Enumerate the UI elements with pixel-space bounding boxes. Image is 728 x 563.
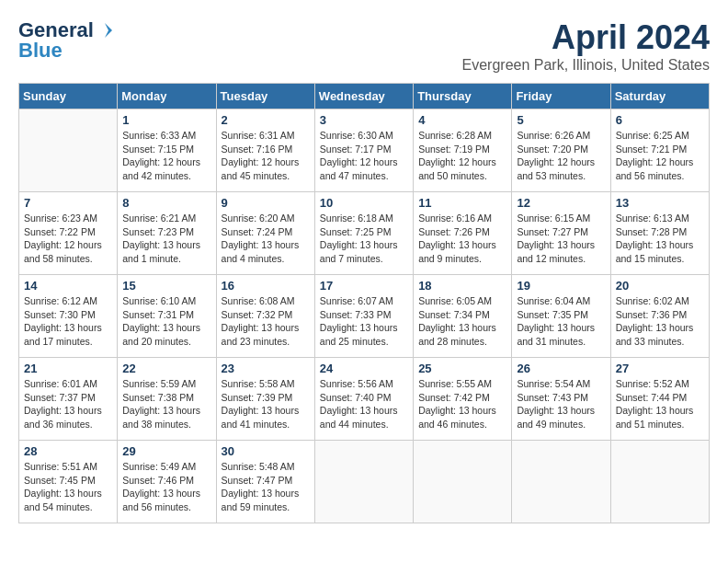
calendar-day-cell: 1Sunrise: 6:33 AMSunset: 7:15 PMDaylight…: [118, 109, 216, 192]
day-number: 27: [616, 362, 704, 375]
weekday-header: Monday: [118, 84, 216, 109]
title-section: April 2024 Evergreen Park, Illinois, Uni…: [462, 18, 710, 74]
day-number: 3: [320, 113, 408, 127]
page-header: General Blue April 2024 Evergreen Park, …: [18, 18, 710, 74]
day-number: 13: [616, 196, 704, 210]
calendar-day-cell: 17Sunrise: 6:07 AMSunset: 7:33 PMDayligh…: [314, 275, 413, 358]
logo: General Blue: [18, 18, 114, 63]
calendar-day-cell: 25Sunrise: 5:55 AMSunset: 7:42 PMDayligh…: [414, 358, 512, 441]
day-info: Sunrise: 5:59 AMSunset: 7:38 PMDaylight:…: [122, 377, 210, 431]
calendar-day-cell: 3Sunrise: 6:30 AMSunset: 7:17 PMDaylight…: [314, 109, 413, 192]
day-number: 23: [222, 362, 310, 375]
day-info: Sunrise: 5:55 AMSunset: 7:42 PMDaylight:…: [418, 377, 506, 431]
day-info: Sunrise: 6:04 AMSunset: 7:35 PMDaylight:…: [517, 294, 605, 349]
calendar-day-cell: 15Sunrise: 6:10 AMSunset: 7:31 PMDayligh…: [118, 275, 216, 358]
day-number: 1: [122, 113, 210, 127]
calendar-day-cell: 4Sunrise: 6:28 AMSunset: 7:19 PMDaylight…: [414, 109, 512, 192]
day-info: Sunrise: 6:02 AMSunset: 7:36 PMDaylight:…: [616, 294, 704, 349]
day-number: 6: [616, 113, 704, 127]
day-number: 26: [517, 362, 605, 375]
calendar-day-cell: 11Sunrise: 6:16 AMSunset: 7:26 PMDayligh…: [414, 192, 512, 275]
calendar-day-cell: 19Sunrise: 6:04 AMSunset: 7:35 PMDayligh…: [512, 275, 610, 358]
calendar-week-row: 14Sunrise: 6:12 AMSunset: 7:30 PMDayligh…: [19, 275, 710, 358]
day-number: 24: [320, 362, 408, 375]
day-info: Sunrise: 6:26 AMSunset: 7:20 PMDaylight:…: [517, 129, 605, 183]
calendar-day-cell: 14Sunrise: 6:12 AMSunset: 7:30 PMDayligh…: [19, 275, 118, 358]
day-info: Sunrise: 6:31 AMSunset: 7:16 PMDaylight:…: [222, 129, 310, 183]
day-number: 11: [418, 196, 506, 210]
day-info: Sunrise: 6:21 AMSunset: 7:23 PMDaylight:…: [122, 212, 210, 266]
day-info: Sunrise: 5:54 AMSunset: 7:43 PMDaylight:…: [517, 377, 605, 431]
day-number: 18: [418, 279, 506, 293]
calendar-day-cell: 13Sunrise: 6:13 AMSunset: 7:28 PMDayligh…: [610, 192, 709, 275]
day-info: Sunrise: 6:13 AMSunset: 7:28 PMDaylight:…: [616, 212, 704, 266]
calendar-week-row: 28Sunrise: 5:51 AMSunset: 7:45 PMDayligh…: [19, 441, 710, 523]
day-number: 2: [222, 113, 310, 127]
calendar-day-cell: [314, 441, 413, 523]
day-info: Sunrise: 5:51 AMSunset: 7:45 PMDaylight:…: [24, 460, 112, 514]
calendar-day-cell: 29Sunrise: 5:49 AMSunset: 7:46 PMDayligh…: [118, 441, 216, 523]
day-number: 15: [122, 279, 210, 293]
calendar-day-cell: 21Sunrise: 6:01 AMSunset: 7:37 PMDayligh…: [19, 358, 118, 441]
weekday-header: Saturday: [610, 84, 709, 109]
calendar-day-cell: 6Sunrise: 6:25 AMSunset: 7:21 PMDaylight…: [610, 109, 709, 192]
calendar-week-row: 1Sunrise: 6:33 AMSunset: 7:15 PMDaylight…: [19, 109, 710, 192]
weekday-header: Friday: [512, 84, 610, 109]
day-number: 9: [222, 196, 310, 210]
calendar-day-cell: 28Sunrise: 5:51 AMSunset: 7:45 PMDayligh…: [19, 441, 118, 523]
calendar-day-cell: [414, 441, 512, 523]
svg-marker-0: [105, 23, 112, 38]
day-number: 25: [418, 362, 506, 375]
weekday-header: Sunday: [19, 84, 118, 109]
day-number: 28: [24, 444, 112, 458]
calendar-day-cell: 20Sunrise: 6:02 AMSunset: 7:36 PMDayligh…: [610, 275, 709, 358]
day-info: Sunrise: 6:30 AMSunset: 7:17 PMDaylight:…: [320, 129, 408, 183]
day-info: Sunrise: 6:01 AMSunset: 7:37 PMDaylight:…: [24, 377, 112, 431]
calendar-day-cell: 2Sunrise: 6:31 AMSunset: 7:16 PMDaylight…: [216, 109, 314, 192]
day-info: Sunrise: 6:08 AMSunset: 7:32 PMDaylight:…: [222, 294, 310, 349]
day-info: Sunrise: 5:56 AMSunset: 7:40 PMDaylight:…: [320, 377, 408, 431]
day-number: 14: [24, 279, 112, 293]
calendar-day-cell: 24Sunrise: 5:56 AMSunset: 7:40 PMDayligh…: [314, 358, 413, 441]
calendar-day-cell: 10Sunrise: 6:18 AMSunset: 7:25 PMDayligh…: [314, 192, 413, 275]
location-title: Evergreen Park, Illinois, United States: [462, 57, 710, 74]
weekday-header: Wednesday: [314, 84, 413, 109]
day-number: 5: [517, 113, 605, 127]
calendar-day-cell: [512, 441, 610, 523]
day-info: Sunrise: 6:18 AMSunset: 7:25 PMDaylight:…: [320, 212, 408, 266]
day-info: Sunrise: 5:49 AMSunset: 7:46 PMDaylight:…: [122, 460, 210, 514]
day-info: Sunrise: 6:20 AMSunset: 7:24 PMDaylight:…: [222, 212, 310, 266]
weekday-header: Tuesday: [216, 84, 314, 109]
day-number: 8: [122, 196, 210, 210]
calendar-week-row: 7Sunrise: 6:23 AMSunset: 7:22 PMDaylight…: [19, 192, 710, 275]
day-number: 29: [122, 444, 210, 458]
weekday-header: Thursday: [414, 84, 512, 109]
calendar-week-row: 21Sunrise: 6:01 AMSunset: 7:37 PMDayligh…: [19, 358, 710, 441]
calendar-day-cell: 18Sunrise: 6:05 AMSunset: 7:34 PMDayligh…: [414, 275, 512, 358]
calendar-day-cell: 22Sunrise: 5:59 AMSunset: 7:38 PMDayligh…: [118, 358, 216, 441]
day-number: 10: [320, 196, 408, 210]
day-info: Sunrise: 6:15 AMSunset: 7:27 PMDaylight:…: [517, 212, 605, 266]
calendar-day-cell: 23Sunrise: 5:58 AMSunset: 7:39 PMDayligh…: [216, 358, 314, 441]
calendar-table: SundayMondayTuesdayWednesdayThursdayFrid…: [18, 83, 710, 523]
day-number: 17: [320, 279, 408, 293]
day-info: Sunrise: 6:05 AMSunset: 7:34 PMDaylight:…: [418, 294, 506, 349]
day-number: 22: [122, 362, 210, 375]
day-info: Sunrise: 6:33 AMSunset: 7:15 PMDaylight:…: [122, 129, 210, 183]
month-title: April 2024: [462, 18, 710, 57]
calendar-body: 1Sunrise: 6:33 AMSunset: 7:15 PMDaylight…: [19, 109, 710, 523]
day-info: Sunrise: 5:58 AMSunset: 7:39 PMDaylight:…: [222, 377, 310, 431]
day-number: 19: [517, 279, 605, 293]
day-info: Sunrise: 6:25 AMSunset: 7:21 PMDaylight:…: [616, 129, 704, 183]
logo-blue: Blue: [18, 39, 63, 63]
day-number: 16: [222, 279, 310, 293]
calendar-day-cell: 12Sunrise: 6:15 AMSunset: 7:27 PMDayligh…: [512, 192, 610, 275]
day-info: Sunrise: 6:16 AMSunset: 7:26 PMDaylight:…: [418, 212, 506, 266]
calendar-day-cell: 7Sunrise: 6:23 AMSunset: 7:22 PMDaylight…: [19, 192, 118, 275]
day-info: Sunrise: 6:28 AMSunset: 7:19 PMDaylight:…: [418, 129, 506, 183]
calendar-day-cell: [610, 441, 709, 523]
logo-icon: [96, 21, 114, 40]
day-number: 12: [517, 196, 605, 210]
calendar-day-cell: 9Sunrise: 6:20 AMSunset: 7:24 PMDaylight…: [216, 192, 314, 275]
day-info: Sunrise: 6:12 AMSunset: 7:30 PMDaylight:…: [24, 294, 112, 349]
